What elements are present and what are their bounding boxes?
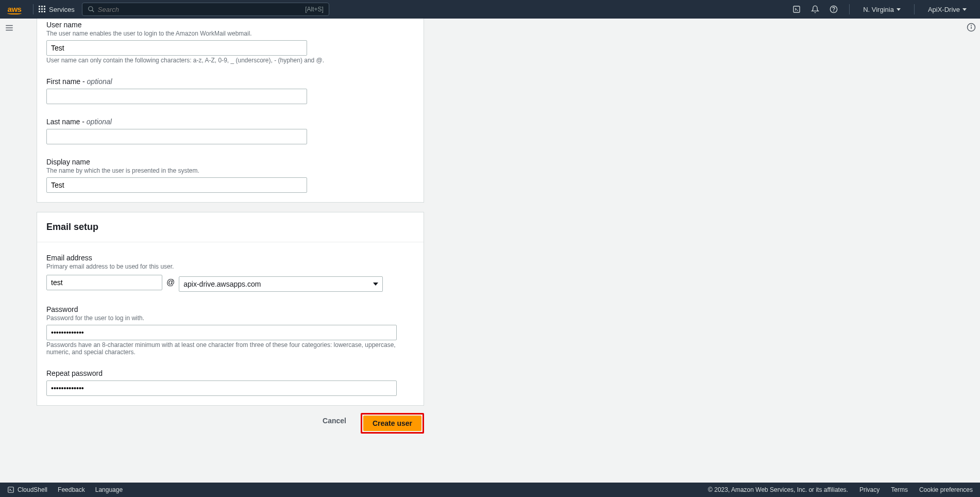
svg-line-1 [92, 10, 94, 12]
svg-point-0 [89, 7, 93, 11]
account-label: ApiX-Drive [928, 6, 960, 13]
search-shortcut: [Alt+S] [305, 6, 324, 13]
svg-point-5 [834, 11, 834, 11]
search-input[interactable] [98, 6, 305, 13]
caret-down-icon [897, 8, 901, 11]
search-icon [88, 6, 95, 13]
account-menu[interactable]: ApiX-Drive [922, 6, 973, 13]
help-icon[interactable] [825, 1, 842, 18]
top-nav: aws Services [Alt+S] N. Virginia ApiX-Dr… [0, 0, 980, 19]
region-selector[interactable]: N. Virginia [857, 6, 907, 13]
divider [849, 4, 850, 14]
search-bar[interactable]: [Alt+S] [82, 3, 329, 16]
grid-icon [39, 6, 46, 13]
divider [914, 4, 915, 14]
aws-logo[interactable]: aws [7, 5, 22, 14]
notifications-icon[interactable] [807, 1, 823, 18]
services-label: Services [49, 6, 75, 13]
caret-down-icon [962, 8, 967, 11]
cloudshell-icon[interactable] [788, 1, 805, 18]
region-label: N. Virginia [863, 6, 894, 13]
services-menu-button[interactable]: Services [39, 6, 75, 13]
divider [33, 4, 33, 14]
